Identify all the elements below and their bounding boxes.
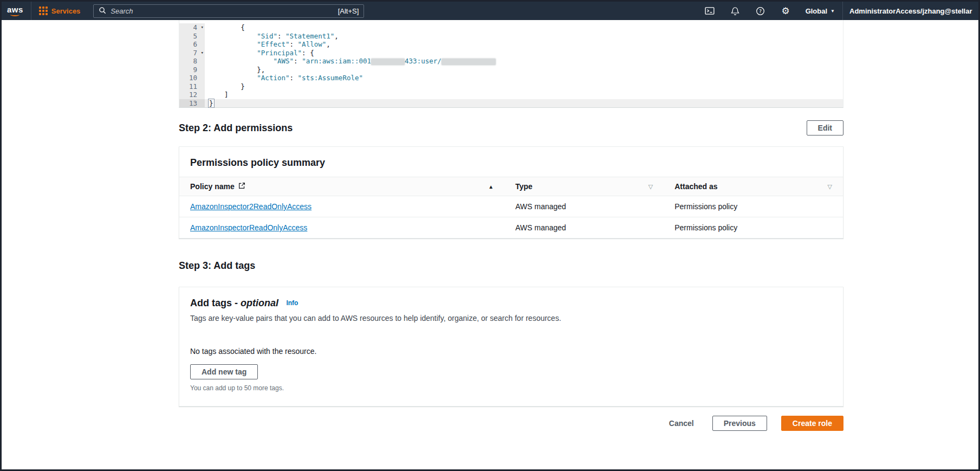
fold-arrow-icon[interactable]: ▾ <box>201 49 204 57</box>
filter-icon[interactable]: ▽ <box>648 183 653 190</box>
edit-permissions-button[interactable]: Edit <box>807 120 843 136</box>
table-row: AmazonInspector2ReadOnlyAccessAWS manage… <box>179 196 843 217</box>
permissions-panel-title: Permissions policy summary <box>190 157 325 168</box>
code-line: "AWS": "arn:aws:iam::001433:user/ <box>205 57 843 66</box>
policy-table-header-row: Policy name ▲ Type ▽ <box>179 177 843 196</box>
redacted-text <box>371 59 405 65</box>
column-header-type[interactable]: Type ▽ <box>504 177 664 196</box>
column-header-attached-as[interactable]: Attached as ▽ <box>664 177 843 196</box>
gutter-line[interactable]: 12 <box>179 91 205 99</box>
code-line: "Principal": { <box>205 49 843 57</box>
create-role-button[interactable]: Create role <box>781 416 843 431</box>
add-new-tag-button[interactable]: Add new tag <box>190 364 258 379</box>
code-line: { <box>205 23 843 32</box>
sort-ascending-icon[interactable]: ▲ <box>488 184 494 190</box>
step2-title: Step 2: Add permissions <box>179 122 293 134</box>
settings-button[interactable]: ⚙ <box>773 2 797 20</box>
no-tags-message: No tags associated with the resource. <box>190 347 832 356</box>
region-selector[interactable]: Global ▼ <box>798 7 842 15</box>
policy-name-link[interactable]: AmazonInspector2ReadOnlyAccess <box>190 202 311 211</box>
help-icon: ? <box>756 7 765 16</box>
table-row: AmazonInspectorReadOnlyAccessAWS managed… <box>179 217 843 238</box>
search-shortcut-hint: [Alt+S] <box>338 7 359 15</box>
code-line: ] <box>205 91 843 99</box>
gutter-line[interactable]: 6 <box>179 40 205 49</box>
add-tags-description: Tags are key-value pairs that you can ad… <box>190 314 832 322</box>
code-lines: { "Sid": "Statement1", "Effect": "Allow"… <box>205 23 843 107</box>
services-grid-icon <box>39 7 48 15</box>
nav-right-section: ? ⚙ Global ▼ AdministratorAccess/jzhang@… <box>697 2 978 20</box>
cloudshell-button[interactable] <box>697 2 723 20</box>
gutter-line[interactable]: 4▾ <box>179 23 205 32</box>
services-label: Services <box>51 7 81 15</box>
top-navigation: aws Services [Alt+S] ? ⚙ Global ▼ A <box>2 2 978 20</box>
policy-attached-as-cell: Permissions policy <box>664 217 843 238</box>
permissions-panel: Permissions policy summary Policy name <box>179 146 843 238</box>
policy-table: Policy name ▲ Type ▽ <box>179 177 843 238</box>
account-label: AdministratorAccess/jzhang@stellar <box>849 7 972 15</box>
code-line: "Sid": "Statement1", <box>205 32 843 41</box>
add-tags-title: Add tags - optional <box>190 298 278 308</box>
cancel-button[interactable]: Cancel <box>665 416 698 430</box>
search-input[interactable] <box>111 7 333 15</box>
account-menu[interactable]: AdministratorAccess/jzhang@stellar <box>843 7 978 15</box>
gutter-line[interactable]: 8 <box>179 57 205 66</box>
gutter-line[interactable]: 13 <box>179 99 205 108</box>
code-gutter: 4▾567▾8910111213 <box>179 23 205 107</box>
previous-button[interactable]: Previous <box>712 416 767 431</box>
main-content: 4▾567▾8910111213 { "Sid": "Statement1", … <box>179 20 843 447</box>
gutter-line[interactable]: 11 <box>179 82 205 91</box>
notifications-button[interactable] <box>723 2 748 20</box>
external-link-icon <box>238 182 245 191</box>
gutter-line[interactable]: 9 <box>179 66 205 74</box>
filter-icon[interactable]: ▽ <box>828 183 832 190</box>
add-tags-panel: Add tags - optional Info Tags are key-va… <box>179 287 843 407</box>
policy-type-cell: AWS managed <box>504 217 664 238</box>
help-button[interactable]: ? <box>748 2 773 20</box>
optional-label: optional <box>241 298 278 308</box>
policy-name-link[interactable]: AmazonInspectorReadOnlyAccess <box>190 223 307 232</box>
bell-icon <box>731 7 739 16</box>
gutter-line[interactable]: 7▾ <box>179 49 205 57</box>
attached-as-header-label: Attached as <box>674 182 717 191</box>
chevron-down-icon: ▼ <box>830 9 835 14</box>
policy-attached-as-cell: Permissions policy <box>664 196 843 217</box>
search-icon <box>99 7 106 16</box>
info-link[interactable]: Info <box>286 299 298 307</box>
region-label: Global <box>806 7 827 15</box>
gutter-line[interactable]: 5 <box>179 32 205 41</box>
fold-arrow-icon[interactable]: ▾ <box>201 23 204 32</box>
trust-policy-editor[interactable]: 4▾567▾8910111213 { "Sid": "Statement1", … <box>179 20 843 108</box>
wizard-footer: Cancel Previous Create role <box>179 416 843 447</box>
code-line: }, <box>205 66 843 74</box>
services-menu[interactable]: Services <box>31 2 88 20</box>
policy-name-header-label: Policy name <box>190 182 235 191</box>
permissions-panel-header: Permissions policy summary <box>179 147 843 177</box>
tags-body: No tags associated with the resource. Ad… <box>179 331 843 406</box>
type-header-label: Type <box>515 182 533 191</box>
tags-limit-text: You can add up to 50 more tags. <box>190 384 832 392</box>
step3-title: Step 3: Add tags <box>179 260 255 272</box>
step2-header-row: Step 2: Add permissions Edit <box>179 120 843 136</box>
column-header-policy-name[interactable]: Policy name ▲ <box>179 177 504 196</box>
global-search[interactable]: [Alt+S] <box>93 4 364 18</box>
aws-logo-text: aws <box>7 6 23 13</box>
redacted-text <box>442 59 496 65</box>
code-line: } <box>205 99 843 108</box>
cloudshell-icon <box>705 6 715 16</box>
step3-header-row: Step 3: Add tags <box>179 260 843 272</box>
code-line: } <box>205 82 843 91</box>
gutter-line[interactable]: 10 <box>179 74 205 82</box>
policy-type-cell: AWS managed <box>504 196 664 217</box>
add-tags-panel-header: Add tags - optional Info Tags are key-va… <box>179 287 843 331</box>
code-line: "Effect": "Allow", <box>205 40 843 49</box>
policy-table-body: AmazonInspector2ReadOnlyAccessAWS manage… <box>179 196 843 238</box>
svg-text:?: ? <box>759 8 762 14</box>
aws-logo[interactable]: aws <box>2 6 31 16</box>
code-line: "Action": "sts:AssumeRole" <box>205 74 843 82</box>
aws-smile-icon <box>10 13 20 16</box>
gear-icon: ⚙ <box>781 7 789 16</box>
